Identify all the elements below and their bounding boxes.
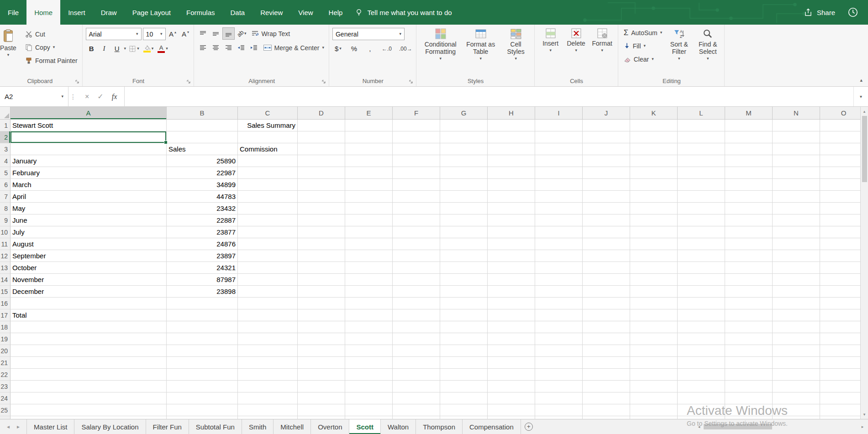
- increase-indent-button[interactable]: [248, 42, 260, 53]
- grid-cell-N19[interactable]: [773, 333, 820, 345]
- grid-cell-N21[interactable]: [773, 357, 820, 369]
- grid-cell-F20[interactable]: [393, 345, 440, 357]
- grid-cell-A11[interactable]: August: [11, 238, 167, 250]
- row-header-20[interactable]: 20: [0, 345, 11, 357]
- row-header-10[interactable]: 10: [0, 226, 11, 238]
- grid-cell-N15[interactable]: [773, 286, 820, 298]
- grid-cell-K21[interactable]: [630, 357, 678, 369]
- grid-cell-D22[interactable]: [298, 369, 345, 381]
- grid-cell-A25[interactable]: [11, 404, 167, 416]
- scroll-left-button[interactable]: ◂: [694, 424, 704, 429]
- grid-cell-C2[interactable]: [238, 131, 298, 143]
- grid-cell-D21[interactable]: [298, 357, 345, 369]
- grid-cell-D18[interactable]: [298, 321, 345, 333]
- grid-cell-J21[interactable]: [583, 357, 630, 369]
- bottom-align-button[interactable]: [223, 28, 234, 39]
- grid-cell-A14[interactable]: November: [11, 274, 167, 286]
- sheet-tab-master-list[interactable]: Master List: [26, 419, 74, 434]
- align-right-button[interactable]: [223, 42, 234, 53]
- grid-cell-M12[interactable]: [725, 250, 773, 262]
- sheet-tab-salary-by-location[interactable]: Salary By Location: [74, 419, 146, 434]
- grid-cell-E5[interactable]: [345, 167, 393, 179]
- grid-cell-I25[interactable]: [535, 404, 583, 416]
- grid-cell-G25[interactable]: [440, 404, 488, 416]
- grid-cell-E7[interactable]: [345, 191, 393, 203]
- grid-cell-G19[interactable]: [440, 333, 488, 345]
- grid-cell-C10[interactable]: [238, 226, 298, 238]
- grid-cell-K19[interactable]: [630, 333, 678, 345]
- name-box[interactable]: A2 ▾: [0, 87, 68, 106]
- grid-cell-A12[interactable]: September: [11, 250, 167, 262]
- grid-cell-G18[interactable]: [440, 321, 488, 333]
- version-history-button[interactable]: [847, 6, 859, 18]
- tell-me-box[interactable]: Tell me what you want to do: [355, 0, 452, 25]
- grid-cell-B24[interactable]: [167, 392, 238, 404]
- font-color-button[interactable]: A ▾: [156, 43, 169, 54]
- grid-cell-L5[interactable]: [678, 167, 725, 179]
- grid-cell-A1[interactable]: Stewart Scott: [11, 120, 167, 131]
- share-button[interactable]: Share: [804, 8, 835, 16]
- grid-cell-A18[interactable]: [11, 321, 167, 333]
- grid-cell-C15[interactable]: [238, 286, 298, 298]
- grid-cell-M9[interactable]: [725, 214, 773, 226]
- column-header-F[interactable]: F: [393, 107, 440, 120]
- grid-cell-E16[interactable]: [345, 298, 393, 309]
- row-header-14[interactable]: 14: [0, 274, 11, 286]
- grid-cell-D5[interactable]: [298, 167, 345, 179]
- grid-cell-A19[interactable]: [11, 333, 167, 345]
- grid-cell-C20[interactable]: [238, 345, 298, 357]
- number-format-combo[interactable]: General ▾: [332, 28, 405, 40]
- sheet-tab-smith[interactable]: Smith: [242, 419, 274, 434]
- autosum-button[interactable]: Σ AutoSum ▾: [621, 27, 665, 38]
- grid-cell-D7[interactable]: [298, 191, 345, 203]
- grid-cell-M14[interactable]: [725, 274, 773, 286]
- row-header-25[interactable]: 25: [0, 404, 11, 416]
- scroll-up-button[interactable]: ▴: [861, 107, 868, 116]
- grid-cell-I2[interactable]: [535, 131, 583, 143]
- column-header-N[interactable]: N: [773, 107, 820, 120]
- row-header-18[interactable]: 18: [0, 321, 11, 333]
- delete-cells-button[interactable]: Delete ▾: [563, 26, 589, 53]
- grid-cell-K15[interactable]: [630, 286, 678, 298]
- grid-cell-A23[interactable]: [11, 381, 167, 392]
- grid-cell-J25[interactable]: [583, 404, 630, 416]
- grid-cell-L19[interactable]: [678, 333, 725, 345]
- column-header-I[interactable]: I: [535, 107, 583, 120]
- grid-cell-M15[interactable]: [725, 286, 773, 298]
- grid-cell-J22[interactable]: [583, 369, 630, 381]
- select-all-button[interactable]: [0, 107, 11, 120]
- new-sheet-button[interactable]: +: [521, 419, 537, 434]
- collapse-ribbon-button[interactable]: ▴: [860, 77, 863, 83]
- row-header-15[interactable]: 15: [0, 286, 11, 298]
- row-header-17[interactable]: 17: [0, 309, 11, 321]
- borders-button[interactable]: ▾: [127, 43, 141, 54]
- grid-cell-D16[interactable]: [298, 298, 345, 309]
- grid-cell-C13[interactable]: [238, 262, 298, 274]
- grid-cell-J4[interactable]: [583, 155, 630, 167]
- column-header-C[interactable]: C: [238, 107, 298, 120]
- grid-cell-K4[interactable]: [630, 155, 678, 167]
- grid-cell-N18[interactable]: [773, 321, 820, 333]
- grid-cell-F7[interactable]: [393, 191, 440, 203]
- grid-cell-M8[interactable]: [725, 203, 773, 214]
- grid-cell-L18[interactable]: [678, 321, 725, 333]
- grid-cell-H3[interactable]: [488, 143, 535, 155]
- grid-cell-A7[interactable]: April: [11, 191, 167, 203]
- grid-cell-H5[interactable]: [488, 167, 535, 179]
- grid-cell-J12[interactable]: [583, 250, 630, 262]
- grid-cell-M23[interactable]: [725, 381, 773, 392]
- grid-cell-E21[interactable]: [345, 357, 393, 369]
- grid-cell-F18[interactable]: [393, 321, 440, 333]
- grid-cell-E20[interactable]: [345, 345, 393, 357]
- grid-cell-C4[interactable]: [238, 155, 298, 167]
- grid-cell-B13[interactable]: 24321: [167, 262, 238, 274]
- grid-cell-N16[interactable]: [773, 298, 820, 309]
- grid-cell-N20[interactable]: [773, 345, 820, 357]
- formula-bar-handle[interactable]: ⋮: [68, 87, 78, 106]
- grid-cell-E19[interactable]: [345, 333, 393, 345]
- grid-cell-H16[interactable]: [488, 298, 535, 309]
- grid-cell-E11[interactable]: [345, 238, 393, 250]
- grid-cell-D25[interactable]: [298, 404, 345, 416]
- enter-icon[interactable]: ✓: [97, 92, 103, 101]
- grid-cell-H18[interactable]: [488, 321, 535, 333]
